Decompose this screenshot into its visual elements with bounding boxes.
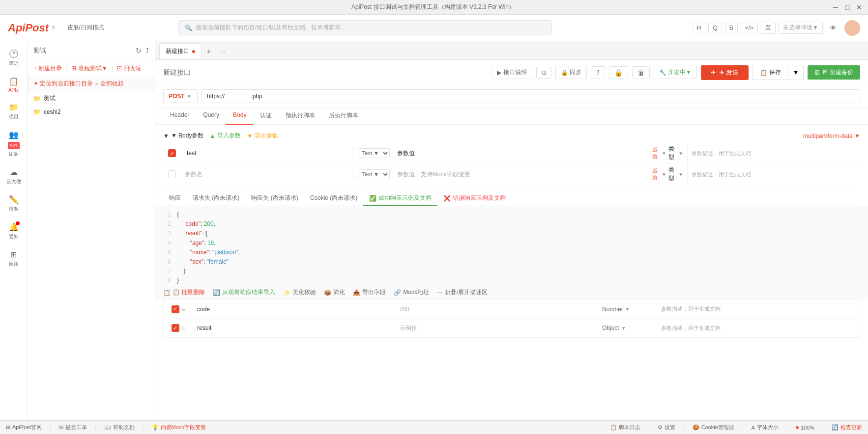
lock-btn[interactable]: 🔒 <box>609 66 628 79</box>
param2-req-arrow[interactable]: ▼ <box>662 172 666 177</box>
res-tab-error[interactable]: ❌ 错误响应示例及文档 <box>437 191 512 206</box>
maximize-button[interactable]: □ <box>843 3 851 11</box>
share-btn[interactable]: ⤴ <box>591 66 605 79</box>
tab-pre-script[interactable]: 预执行脚本 <box>279 108 322 125</box>
minimize-button[interactable]: ─ <box>832 3 839 11</box>
tree-dots[interactable]: ··· <box>139 95 144 102</box>
param1-type-select[interactable]: Text ▼ <box>358 148 390 158</box>
url-input[interactable] <box>202 89 860 103</box>
status-mock-vars[interactable]: 💡 内置Mock字段变量 <box>152 424 206 431</box>
q-button[interactable]: Q <box>708 23 722 33</box>
save-dropdown-btn[interactable]: ▼ <box>788 65 803 80</box>
tab-post-script[interactable]: 后执行脚本 <box>322 108 365 125</box>
method-select[interactable]: POST ▼ <box>163 89 198 103</box>
flow-test-btn[interactable]: ⊞ 流程测试▼ <box>71 64 107 73</box>
dev-btn[interactable]: 🔧 开发中▼ <box>654 66 697 79</box>
beautify-btn[interactable]: ✨ 美化校验 <box>283 288 316 297</box>
sidebar-item-team[interactable]: 👥 协作 团队 <box>0 126 27 162</box>
field-code-check[interactable]: ✓ ≡ <box>164 305 193 313</box>
status-submit-ticket[interactable]: ✉ 提交工单 <box>59 424 87 431</box>
status-apipost-website[interactable]: ⊞ ApiPost官网 <box>6 424 42 431</box>
sync-btn[interactable]: 🔒 同步 <box>555 66 587 79</box>
sidebar-item-apps[interactable]: ⊞ 应用 <box>0 246 27 271</box>
field-result-type-arrow[interactable]: ▼ <box>621 326 626 331</box>
tab-add-btn[interactable]: + <box>203 43 215 59</box>
simplify-btn[interactable]: 📦 简化 <box>324 288 345 297</box>
mock-addr-btn[interactable]: 🔗 Mock地址 <box>394 288 429 297</box>
tab-header[interactable]: Header <box>163 108 196 125</box>
status-check-update[interactable]: 🔄 检查更新 <box>832 424 862 431</box>
batch-delete-btn[interactable]: 📋 📋 批量删除 <box>163 288 205 297</box>
eye-button[interactable]: 👁 <box>826 23 840 33</box>
tab-more-btn[interactable]: ··· <box>216 43 230 59</box>
status-script-log[interactable]: 📋 脚本日志 <box>610 424 640 431</box>
h-button[interactable]: H <box>693 23 706 33</box>
param1-checkbox[interactable]: ✓ <box>163 149 181 157</box>
locate-btn[interactable]: ✦ 定位到当前接口目录 <box>33 80 93 88</box>
tree-arrow[interactable]: > <box>145 95 149 102</box>
doc-btn[interactable]: ▶ 接口说明 <box>492 66 532 79</box>
new-dir-btn[interactable]: + 新建目录 <box>33 64 62 73</box>
tree-item-test[interactable]: 📁 测试 ··· > <box>28 91 155 106</box>
field-code-type[interactable]: Number ▼ <box>598 304 657 315</box>
panel-share-btn[interactable]: ⤴ <box>145 47 149 54</box>
field-code-type-arrow[interactable]: ▼ <box>625 306 630 312</box>
export-params-btn[interactable]: ▼ 导出参数 <box>247 132 278 140</box>
save-button[interactable]: 📋 保存 <box>752 65 788 80</box>
user-avatar[interactable] <box>844 20 860 36</box>
field-result-name[interactable]: result <box>193 323 396 333</box>
tab-auth[interactable]: 认证 <box>253 108 279 125</box>
status-help-docs[interactable]: 📖 帮助文档 <box>104 424 135 431</box>
create-backup-button[interactable]: 🖹 🖹 创建备份 <box>808 65 860 80</box>
sidebar-item-notify[interactable]: 🔔 通知 <box>0 218 27 244</box>
sidebar-item-blog[interactable]: ✏️ 博客 <box>0 191 27 217</box>
body-collapse-icon[interactable]: ▼ <box>163 133 169 139</box>
field-code-value[interactable]: 200 <box>396 304 598 315</box>
b-button[interactable]: B <box>725 23 738 33</box>
param1-req-arrow[interactable]: ▼ <box>662 151 666 156</box>
param1-type[interactable]: Text ▼ <box>354 146 393 160</box>
export-field-btn[interactable]: 📤 导出字段 <box>353 288 386 297</box>
collapse-toggle-btn[interactable]: — 折叠/展开描述区 <box>437 288 488 297</box>
tab-query[interactable]: Query <box>196 108 226 125</box>
multipart-label[interactable]: multipart/form-data ▼ <box>803 133 860 139</box>
sidebar-item-project[interactable]: 📁 项目 <box>0 99 27 124</box>
status-cookie-mgr[interactable]: 🍪 Cookie管理器 <box>693 424 734 431</box>
recycle-btn[interactable]: ⊡ 回收站 <box>117 64 141 73</box>
field-result-value[interactable]: 示例值 <box>396 322 598 334</box>
import-params-btn[interactable]: ▲ 导入参数 <box>209 132 241 140</box>
res-tab-success[interactable]: ✅ 成功响应示例及文档 <box>363 191 437 206</box>
panel-refresh-btn[interactable]: ↻ <box>136 47 142 54</box>
at-button[interactable]: 至 <box>761 22 776 34</box>
import-from-resp-btn[interactable]: 🔄 从现有响应结果导入 <box>213 288 275 297</box>
param2-type[interactable]: Text ▼ <box>354 167 393 181</box>
field-code-name[interactable]: code <box>193 304 396 315</box>
send-button[interactable]: ✈ ✈ 发送 <box>701 65 749 80</box>
param2-name[interactable]: 参数名 <box>181 168 354 181</box>
all-collapse-btn[interactable]: 全部收起 <box>100 80 124 88</box>
sidebar-item-cloud[interactable]: ☁ 云大便 <box>0 163 27 189</box>
res-tab-cookie[interactable]: Cookie (尚未请求) <box>304 191 364 206</box>
param2-type-arrow[interactable]: ▼ <box>678 172 683 177</box>
tree-dots2[interactable]: ··· <box>139 108 144 115</box>
copy-btn[interactable]: ⧉ <box>536 67 551 79</box>
code-button[interactable]: </> <box>741 23 758 33</box>
tab-body[interactable]: Body <box>226 108 253 125</box>
field-result-check[interactable]: ✓ ≡ <box>164 324 193 332</box>
field-result-type[interactable]: Object ▼ <box>598 323 657 333</box>
status-settings[interactable]: ⚙ 设置 <box>658 424 675 431</box>
sidebar-item-recent[interactable]: 🕐 最近 <box>0 45 27 71</box>
param1-type-arrow[interactable]: ▼ <box>678 151 683 156</box>
res-tab-req-fail[interactable]: 请求失 (尚未请求) <box>187 191 245 206</box>
status-zoom[interactable]: 100% <box>796 425 814 431</box>
search-bar[interactable]: 🔍 搜索当前团队下的项目/接口/以及帮助文档、技术博客等... <box>178 20 552 35</box>
res-tab-response[interactable]: 响应 <box>163 191 187 206</box>
param1-name[interactable] <box>181 147 354 160</box>
param2-checkbox[interactable] <box>163 170 181 178</box>
theme-toggle[interactable]: 皮肤/日间模式 <box>67 24 104 32</box>
res-tab-res-fail[interactable]: 响应失 (尚未请求) <box>245 191 304 206</box>
status-font-size[interactable]: A 字体大小 <box>752 424 779 431</box>
env-select[interactable]: 未选择环境▼ <box>779 22 823 34</box>
delete-btn[interactable]: 🗑 <box>632 66 650 79</box>
tab-new-interface[interactable]: 新建接口 <box>159 43 202 59</box>
